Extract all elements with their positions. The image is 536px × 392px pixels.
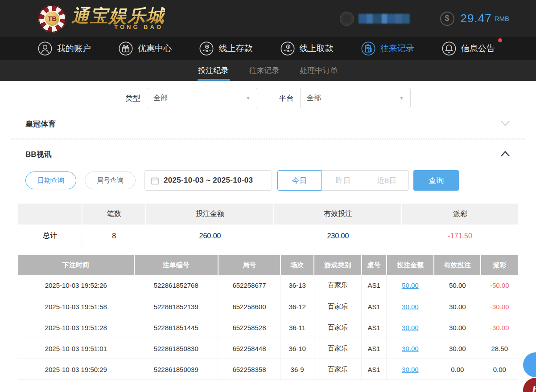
bet-amount-link[interactable]: 30.00 xyxy=(387,338,434,359)
type-select[interactable]: 全部 ▼ xyxy=(147,88,257,108)
table-cell: 百家乐 xyxy=(314,296,361,317)
table-cell: 36-10 xyxy=(280,338,314,359)
tab-bet-records[interactable]: 投注纪录 xyxy=(198,60,230,81)
nav-item-my-account[interactable]: 我的账户 xyxy=(37,41,91,56)
bet-amount-link[interactable]: 30.00 xyxy=(387,317,434,338)
col-payout: 派彩 xyxy=(481,255,518,275)
avatar[interactable] xyxy=(340,12,354,26)
nav-item-records[interactable]: 往来记录 xyxy=(361,41,414,56)
chevron-down-icon xyxy=(500,120,511,129)
table-row: 2025-10-03 19:51:58522861852139652258600… xyxy=(18,296,518,317)
bet-amount-link[interactable]: 30.00 xyxy=(387,359,434,380)
username-masked xyxy=(359,14,410,24)
tab-transaction-records[interactable]: 往来记录 xyxy=(248,60,280,81)
nav-item-deposit[interactable]: 线上存款 xyxy=(199,41,252,56)
nav-item-promotions[interactable]: 优惠中心 xyxy=(118,41,172,56)
notification-badge xyxy=(498,38,502,42)
service-icon: b xyxy=(532,384,536,392)
section-bb-live[interactable]: BB视讯 xyxy=(25,149,511,159)
payout-cell: -50.00 xyxy=(481,275,518,296)
table-cell: 522861851445 xyxy=(134,317,218,338)
summary-bet-amount: 260.00 xyxy=(146,225,274,248)
summary-count: 8 xyxy=(82,225,146,248)
page: TB 通宝娱乐城 TONG BAO $ 29.47 RMB 我的账户 xyxy=(0,0,536,392)
chevron-down-icon: ▼ xyxy=(399,95,404,101)
table-cell: 652258600 xyxy=(218,296,280,317)
site-logo[interactable]: TB 通宝娱乐城 TONG BAO xyxy=(38,5,165,33)
main-nav: 我的账户 优惠中心 线上存款 线上取款 xyxy=(0,37,536,60)
records-icon xyxy=(361,41,376,56)
table-row: 2025-10-03 19:50:29522861850039652258358… xyxy=(18,359,518,380)
col-game-type: 游戏类别 xyxy=(314,255,361,275)
balance-amount[interactable]: 29.47 xyxy=(461,12,492,25)
bet-amount-link[interactable]: 50.00 xyxy=(387,275,434,296)
table-cell: 0.00 xyxy=(434,359,481,380)
tab-pending-orders[interactable]: 处理中订单 xyxy=(299,60,339,81)
bet-amount-link[interactable]: 30.00 xyxy=(387,296,434,317)
quick-date-group: 今日 昨日 近8日 xyxy=(277,170,409,191)
summary-header-valid-bet: 有效投注 xyxy=(274,204,402,225)
summary-header-bet-amount: 投注金额 xyxy=(146,204,274,225)
table-cell: 2025-10-03 19:50:29 xyxy=(18,359,134,380)
filter-row: 类型 全部 ▼ 平台 全部 ▼ xyxy=(0,81,536,108)
table-cell: 百家乐 xyxy=(314,275,361,296)
yesterday-button[interactable]: 昨日 xyxy=(321,170,365,191)
record-tabs: 投注纪录 往来记录 处理中订单 xyxy=(0,60,536,81)
chevron-down-icon: ▼ xyxy=(246,95,251,101)
payout-cell: -30.00 xyxy=(481,296,518,317)
table-cell: 522861850830 xyxy=(134,338,218,359)
table-cell: AS1 xyxy=(362,317,387,338)
table-cell: 30.00 xyxy=(434,317,481,338)
section-crown-sports[interactable]: 皇冠体育 xyxy=(25,119,511,129)
payout-cell: -30.00 xyxy=(481,317,518,338)
summary-table: 笔数 投注金额 有效投注 派彩 总计 8 260.00 230.00 -171.… xyxy=(0,204,536,248)
date-range-input[interactable]: 2025-10-03 ~ 2025-10-03 xyxy=(144,170,272,191)
section-divider xyxy=(11,139,525,139)
col-session: 场次 xyxy=(280,255,314,275)
col-bet-time: 下注时间 xyxy=(18,255,134,275)
search-button[interactable]: 查询 xyxy=(413,170,459,191)
table-cell: 522861852139 xyxy=(134,296,218,317)
withdraw-icon xyxy=(280,41,295,56)
table-cell: 36-11 xyxy=(280,317,314,338)
chip-core: TB xyxy=(44,11,60,27)
table-cell: 2025-10-03 19:52:26 xyxy=(18,275,134,296)
table-cell: 522861852768 xyxy=(134,275,218,296)
table-cell: 2025-10-03 19:51:58 xyxy=(18,296,134,317)
platform-filter-label: 平台 xyxy=(279,93,294,103)
round-query-button[interactable]: 局号查询 xyxy=(85,172,136,189)
table-cell: 50.00 xyxy=(434,275,481,296)
nav-item-announcements[interactable]: 信息公告 xyxy=(441,41,495,56)
table-cell: 522861850039 xyxy=(134,359,218,380)
today-button[interactable]: 今日 xyxy=(277,170,322,191)
user-icon xyxy=(37,41,53,56)
date-query-button[interactable]: 日期查询 xyxy=(25,172,76,189)
last-8-days-button[interactable]: 近8日 xyxy=(365,170,409,191)
table-row: 2025-10-03 19:51:01522861850830652258448… xyxy=(18,338,518,359)
payout-cell: 0.00 xyxy=(481,359,518,380)
gift-icon xyxy=(118,41,133,56)
table-cell: 30.00 xyxy=(434,338,481,359)
payout-cell: 28.50 xyxy=(481,338,518,359)
summary-total-row: 总计 8 260.00 230.00 -171.50 xyxy=(18,225,518,248)
summary-header-payout: 派彩 xyxy=(402,204,518,225)
platform-select[interactable]: 全部 ▼ xyxy=(300,88,411,108)
table-cell: AS1 xyxy=(362,275,387,296)
chevron-up-icon xyxy=(500,150,511,159)
col-order-id: 注单编号 xyxy=(134,255,218,275)
table-cell: 百家乐 xyxy=(314,338,361,359)
summary-header-count: 笔数 xyxy=(82,204,146,225)
col-valid-bet: 有效投注 xyxy=(434,255,481,275)
site-title: 通宝娱乐城 xyxy=(71,7,165,24)
bet-records-table: 下注时间 注单编号 局号 场次 游戏类别 桌号 投注金额 有效投注 派彩 202… xyxy=(0,255,536,380)
query-bar: 日期查询 局号查询 2025-10-03 ~ 2025-10-03 今日 昨日 … xyxy=(25,170,511,191)
table-cell: 36-13 xyxy=(280,275,314,296)
nav-item-withdraw[interactable]: 线上取款 xyxy=(280,41,334,56)
col-bet-amount: 投注金额 xyxy=(387,255,434,275)
table-cell: 百家乐 xyxy=(314,359,361,380)
table-cell: 652258528 xyxy=(218,317,280,338)
table-row: 2025-10-03 19:51:28522861851445652258528… xyxy=(18,317,518,338)
col-round-id: 局号 xyxy=(218,255,280,275)
summary-payout: -171.50 xyxy=(402,225,518,248)
table-row: 2025-10-03 19:52:26522861852768652258677… xyxy=(18,275,518,296)
